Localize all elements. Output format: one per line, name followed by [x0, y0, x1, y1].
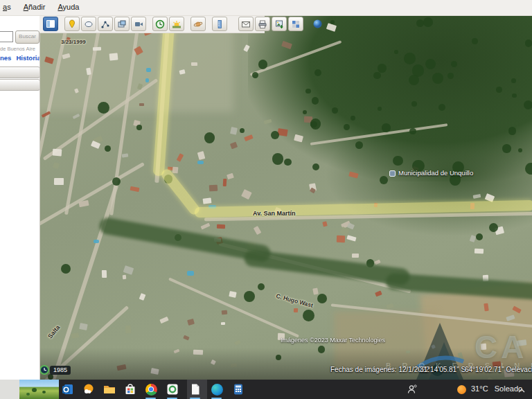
- map-feature: [378, 107, 382, 111]
- search-button[interactable]: Buscar: [15, 30, 39, 44]
- menu-item-ayuda[interactable]: Ayuda: [57, 3, 79, 11]
- map-feature: [227, 173, 233, 180]
- email-icon[interactable]: [238, 17, 254, 31]
- menu-item-anadir[interactable]: Añadir: [24, 3, 46, 11]
- search-sidebar: Buscar de Buenos Aire nes Historial: [0, 15, 40, 380]
- save-image-icon[interactable]: [272, 17, 287, 31]
- sun-cloud-icon[interactable]: [82, 382, 96, 396]
- map-feature: [221, 321, 225, 325]
- map-feature: [217, 224, 225, 229]
- planets-icon[interactable]: [190, 17, 206, 31]
- add-placemark-icon[interactable]: [64, 17, 80, 31]
- panel-header[interactable]: [0, 79, 40, 91]
- map-feature: [177, 154, 184, 162]
- map-feature: [312, 97, 319, 104]
- map-feature: [197, 161, 204, 164]
- map-feature: [73, 114, 80, 119]
- map-feature: [146, 68, 152, 72]
- search-input[interactable]: [0, 31, 13, 42]
- historical-imagery-icon[interactable]: [152, 17, 168, 31]
- map-feature: [472, 38, 478, 44]
- map-feature: [272, 153, 283, 164]
- historical-clock-icon[interactable]: [39, 365, 49, 375]
- sidebar-toggle-icon[interactable]: [43, 17, 58, 31]
- record-tour-icon[interactable]: [131, 17, 146, 31]
- outlook-icon[interactable]: [61, 382, 75, 396]
- menu-item-herramientas-partial[interactable]: as: [3, 3, 11, 11]
- map-feature: [159, 317, 169, 323]
- file-explorer-icon[interactable]: [103, 382, 116, 396]
- windows-taskbar: 31°C Soleado: [0, 380, 532, 399]
- map-feature: [241, 189, 251, 200]
- edge-icon[interactable]: [210, 382, 224, 396]
- map-feature: [254, 225, 262, 234]
- calculator-icon[interactable]: [231, 382, 245, 396]
- weather-temp: 31°C: [471, 384, 488, 393]
- map-feature: [79, 200, 89, 207]
- taskbar-left-strip[interactable]: [0, 380, 19, 399]
- chrome-icon[interactable]: [144, 382, 158, 396]
- weather-sun-icon[interactable]: [457, 385, 466, 394]
- map-feature: [303, 310, 314, 321]
- map-feature: [53, 148, 62, 156]
- map-feature: [223, 179, 227, 186]
- tab-indicaciones-partial[interactable]: nes: [0, 54, 11, 62]
- map-feature: [380, 176, 388, 184]
- document-app-icon[interactable]: [188, 382, 202, 396]
- map-feature: [511, 78, 516, 83]
- print-icon[interactable]: [255, 17, 270, 31]
- map-feature: [409, 128, 416, 135]
- map-feature: [393, 156, 402, 166]
- globe-icon[interactable]: [310, 17, 325, 31]
- imagery-copyright: Imágenes ©2023 Maxar Technologies: [281, 337, 385, 344]
- map-feature: [61, 264, 71, 274]
- map-feature: [525, 39, 532, 47]
- poi-label-municipalidad: Municipalidad de Unquillo: [398, 169, 473, 177]
- map-feature: [204, 132, 215, 143]
- show-hidden-icons-chevron-icon[interactable]: [515, 384, 529, 398]
- map-feature: [197, 151, 205, 160]
- map-feature: [125, 326, 132, 333]
- street-label-salta: Salta: [46, 324, 61, 340]
- map-feature: [484, 303, 488, 311]
- map-feature: [209, 185, 217, 192]
- map-feature: [54, 178, 64, 185]
- map-feature: [191, 62, 197, 66]
- map-feature: [71, 332, 79, 338]
- map-feature: [105, 145, 111, 152]
- add-path-icon[interactable]: [98, 17, 113, 31]
- people-icon[interactable]: [405, 382, 419, 396]
- map-feature: [258, 283, 265, 290]
- poi-icon[interactable]: [389, 170, 396, 177]
- map-feature: [201, 222, 211, 229]
- tab-historial[interactable]: Historial: [16, 54, 40, 62]
- map-feature: [139, 293, 145, 301]
- history-year-badge[interactable]: 1985: [50, 366, 71, 375]
- map-feature: [496, 87, 502, 93]
- sunlight-icon[interactable]: [169, 17, 184, 31]
- map-feature: [512, 94, 517, 98]
- map-feature: [244, 291, 255, 302]
- map-feature: [423, 17, 433, 27]
- green-app-icon[interactable]: [166, 382, 179, 396]
- panel-header[interactable]: [0, 66, 40, 78]
- map-feature: [53, 162, 60, 169]
- map-feature: [312, 287, 319, 294]
- ruler-icon[interactable]: [212, 17, 227, 31]
- microsoft-store-icon[interactable]: [123, 382, 137, 396]
- view-in-maps-icon[interactable]: [288, 17, 303, 31]
- widgets-thumbnail[interactable]: [19, 380, 59, 399]
- map-feature: [475, 248, 484, 254]
- street-label-hugo-wast: C. Hugo Wast: [275, 292, 314, 309]
- add-image-overlay-icon[interactable]: [114, 17, 130, 31]
- map-feature: [524, 100, 532, 109]
- map-feature: [373, 72, 380, 79]
- map-feature: [502, 144, 511, 152]
- map-feature: [230, 127, 238, 135]
- map-viewport[interactable]: 3/23/1999 Municipalidad de Unquillo Av. …: [39, 15, 532, 380]
- map-feature: [476, 233, 483, 240]
- status-elevation: elevación: [511, 366, 532, 373]
- search-hint: de Buenos Aire: [0, 46, 39, 52]
- map-feature: [382, 123, 390, 132]
- add-polygon-icon[interactable]: [81, 17, 96, 31]
